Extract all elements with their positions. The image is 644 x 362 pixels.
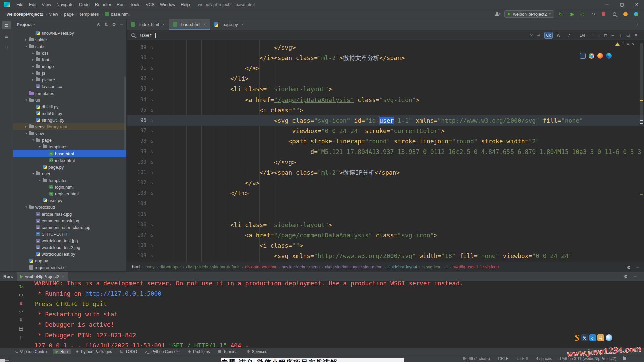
- code-line[interactable]: 90⌂ </i><span class="ml-2">微博文章分析</span>: [127, 53, 644, 63]
- code-line[interactable]: 106⌂ <li class=" sidebar-layout">: [127, 220, 644, 230]
- chevron-closed-icon[interactable]: ▸: [30, 51, 36, 55]
- menu-code[interactable]: Code: [76, 1, 92, 8]
- chevron-closed-icon[interactable]: ▸: [30, 58, 36, 61]
- tree-item[interactable]: snowNLPTest.py: [13, 29, 126, 36]
- tab-page.py[interactable]: page.py✕: [210, 19, 248, 30]
- tree-item[interactable]: ▸spider: [13, 36, 126, 43]
- user-account-icon[interactable]: ▾: [494, 10, 502, 18]
- select-all-matches-icon[interactable]: ◻: [604, 33, 607, 38]
- menu-view[interactable]: View: [39, 1, 54, 8]
- fold-marker-icon[interactable]: ⌂: [150, 105, 153, 115]
- fold-marker-icon[interactable]: ⌂: [150, 167, 153, 178]
- inspections-widget[interactable]: 1 ∧ ∨: [615, 42, 635, 46]
- tree-item[interactable]: <>index.html: [13, 157, 126, 164]
- edge-icon[interactable]: [606, 53, 612, 59]
- project-panel-title[interactable]: Project: [17, 22, 32, 27]
- code-editor[interactable]: 89⌂ </svg>90⌂ </i><span class="ml-2">微博文…: [127, 40, 644, 262]
- search-filter-icon[interactable]: ▼: [634, 33, 638, 38]
- tab-options-kebab-icon[interactable]: ⋮: [630, 19, 644, 30]
- locate-file-icon[interactable]: ⊙: [97, 22, 100, 27]
- menu-help[interactable]: Help: [178, 1, 193, 8]
- chrome-icon[interactable]: [589, 53, 594, 59]
- coverage-button[interactable]: ◎: [578, 10, 586, 18]
- close-icon[interactable]: ✕: [203, 23, 206, 26]
- breadcrumb-element[interactable]: html: [132, 265, 140, 269]
- fold-marker-icon[interactable]: ⌂: [150, 240, 153, 251]
- chevron-open-icon[interactable]: ▾: [30, 138, 36, 142]
- fold-marker-icon[interactable]: ⌂: [150, 53, 153, 63]
- code-line[interactable]: 102⌂ </a>: [127, 178, 644, 188]
- code-line[interactable]: 98⌂ <path stroke-linecap="round" stroke-…: [127, 136, 644, 146]
- tree-item[interactable]: article mask.jpg: [13, 210, 126, 217]
- code-line[interactable]: 109⌂ <svg xmlns="http://www.w3.org/2000/…: [127, 251, 644, 261]
- fold-marker-icon[interactable]: ⌂: [150, 95, 153, 105]
- menu-window[interactable]: Window: [157, 1, 178, 8]
- breadcrumb-item[interactable]: base.html: [105, 12, 129, 17]
- code-line[interactable]: 107⌂ <a href="/page/commentDataAnalysis"…: [127, 230, 644, 240]
- run-configuration-select[interactable]: weiboNlpProject2 ▾: [504, 10, 554, 18]
- previous-match-icon[interactable]: ↑: [592, 33, 594, 38]
- toggle-.*[interactable]: .*: [565, 32, 573, 39]
- chevron-open-icon[interactable]: ▾: [23, 205, 29, 209]
- fold-marker-icon[interactable]: ⌂: [150, 146, 153, 157]
- code-line[interactable]: 89⌂ </svg>: [127, 42, 644, 53]
- tree-item[interactable]: ▾templates: [13, 143, 126, 150]
- menu-vcs[interactable]: VCS: [143, 1, 157, 8]
- code-line[interactable]: 103⌂ </li>: [127, 188, 644, 198]
- editor-scrollbar[interactable]: [640, 43, 643, 120]
- tree-item[interactable]: TSTHUPO.TTF: [13, 231, 126, 237]
- fold-marker-icon[interactable]: ⌂: [150, 188, 153, 198]
- breadcrumb-element[interactable]: i: [447, 265, 448, 269]
- next-problem-icon[interactable]: ∨: [632, 42, 635, 46]
- tree-item[interactable]: ▸picture: [13, 76, 126, 83]
- tree-item[interactable]: <>base.html: [13, 150, 126, 157]
- preserve-case-icon[interactable]: ⇓: [619, 33, 622, 38]
- tree-item[interactable]: stringUtil.py: [13, 117, 126, 123]
- project-tree-scrollbar[interactable]: [124, 76, 126, 150]
- tree-item[interactable]: ▾url: [13, 97, 126, 103]
- tree-item[interactable]: user.py: [13, 197, 126, 204]
- hide-console-icon[interactable]: ─: [634, 274, 637, 279]
- tree-item[interactable]: ▸css: [13, 50, 126, 56]
- find-in-selection-icon[interactable]: ↩: [611, 33, 615, 38]
- code-line[interactable]: 97⌂ viewbox="0 0 24 24" stroke="currentC…: [127, 126, 644, 136]
- breadcrumb-element[interactable]: div.wrapper: [160, 265, 181, 269]
- more-options-icon[interactable]: ▤: [626, 33, 630, 38]
- fold-marker-icon[interactable]: ⌂: [150, 126, 153, 136]
- console-settings-icon[interactable]: ⚙: [624, 274, 628, 279]
- breadcrumb-element[interactable]: div.iq-sidebar.sidebar-default: [186, 265, 239, 269]
- fold-marker-icon[interactable]: ⌂: [150, 73, 153, 84]
- tool-button-terminal[interactable]: ▦Terminal: [215, 349, 242, 354]
- tool-button-problems[interactable]: ⊘Problems: [185, 349, 213, 354]
- fold-marker-icon[interactable]: ⌂: [150, 251, 153, 261]
- rerun-button[interactable]: ↻: [557, 10, 565, 18]
- tree-item[interactable]: md5Util.py: [13, 110, 126, 117]
- menu-file[interactable]: File: [14, 1, 26, 8]
- fold-marker-icon[interactable]: ⌂: [150, 157, 153, 167]
- breadcrumb-element[interactable]: body: [145, 265, 154, 269]
- tree-item[interactable]: comment_mask.jpg: [13, 217, 126, 224]
- firefox-icon[interactable]: [597, 53, 603, 59]
- next-match-icon[interactable]: ↓: [598, 33, 600, 38]
- tree-item[interactable]: ▾view: [13, 130, 126, 137]
- tree-item[interactable]: page.py: [13, 164, 126, 170]
- code-line[interactable]: 95⌂ <i class="">: [127, 105, 644, 115]
- project-tool-button[interactable]: ▤: [2, 21, 11, 29]
- close-icon[interactable]: ✕: [162, 23, 165, 26]
- code-line[interactable]: 104: [127, 199, 644, 209]
- tool-button-version-control[interactable]: ⌥Version Control: [11, 349, 51, 354]
- tree-item[interactable]: dbUtil.py: [13, 103, 126, 110]
- fold-marker-icon[interactable]: ⌂: [150, 84, 153, 94]
- stop-button[interactable]: [600, 10, 608, 18]
- fold-marker-icon[interactable]: ⌂: [150, 178, 153, 188]
- tool-button-python-packages[interactable]: ◈Python Packages: [73, 349, 115, 354]
- collapse-all-icon[interactable]: ⇅: [104, 22, 108, 27]
- builtin-preview-icon[interactable]: [580, 53, 586, 59]
- breadcrumb-element[interactable]: a.svg-icon: [422, 265, 441, 269]
- tree-item[interactable]: app.py: [13, 257, 126, 264]
- debug-button[interactable]: ◉: [568, 10, 576, 18]
- breadcrumb-element[interactable]: div.data-scrollbar: [245, 265, 276, 269]
- tree-item[interactable]: ▾static: [13, 43, 126, 50]
- rerun-icon[interactable]: ↻: [19, 284, 23, 289]
- code-line[interactable]: 99⌂ d="M5.121 17.804A13.937 13.937 0 011…: [127, 146, 644, 157]
